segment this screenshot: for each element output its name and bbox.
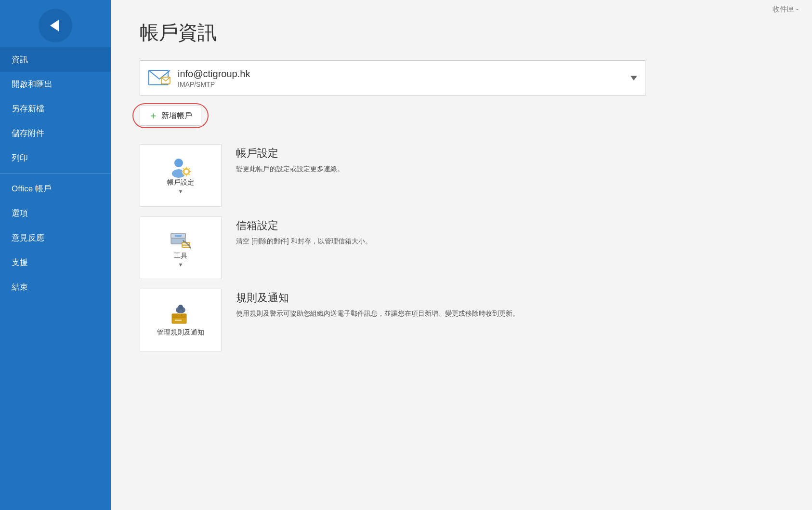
svg-point-5: [184, 170, 188, 174]
rules-notifications-icon-box[interactable]: 管理規則及通知: [140, 289, 222, 351]
mailbox-settings-label: 工具: [174, 252, 187, 260]
account-info: info@ctigroup.hk IMAP/SMTP: [178, 68, 626, 88]
account-email-icon: [148, 67, 171, 90]
sidebar: 資訊 開啟和匯出 另存新檔 儲存附件 列印 Office 帳戶 選項 意見反應 …: [0, 0, 111, 510]
svg-line-11: [189, 174, 190, 175]
add-account-label: 新增帳戶: [161, 111, 192, 121]
svg-rect-16: [175, 235, 182, 237]
account-settings-title: 帳戶設定: [236, 146, 344, 161]
dropdown-arrow-icon: [630, 76, 637, 81]
svg-point-29: [178, 305, 183, 309]
account-settings-desc: 變更此帳戶的設定或設定更多連線。: [236, 163, 344, 174]
svg-line-12: [183, 174, 184, 175]
account-type: IMAP/SMTP: [178, 81, 626, 88]
svg-point-2: [174, 159, 183, 167]
account-settings-icon-box[interactable]: 帳戶設定 ▼: [140, 144, 222, 207]
mailbox-settings-title: 信箱設定: [236, 218, 372, 233]
account-settings-content: 帳戶設定 變更此帳戶的設定或設定更多連線。: [236, 144, 344, 174]
svg-line-10: [183, 168, 184, 169]
card-mailbox-settings: 工具 ▼ 信箱設定 清空 [刪除的郵件] 和封存，以管理信箱大小。: [140, 212, 783, 284]
account-email: info@ctigroup.hk: [178, 68, 626, 80]
page-title: 帳戶資訊: [140, 19, 783, 46]
card-account-settings: 帳戶設定 ▼ 帳戶設定 變更此帳戶的設定或設定更多連線。: [140, 139, 783, 212]
main-content: 收件匣 - 帳戶資訊 info@ctigroup.hk IMAP/SMTP ＋ …: [111, 0, 812, 510]
mailbox-settings-icon-box[interactable]: 工具 ▼: [140, 216, 222, 279]
card-rules-notifications: 管理規則及通知 規則及通知 使用規則及警示可協助您組織內送電子郵件訊息，並讓您在…: [140, 284, 783, 356]
back-arrow-icon: [50, 20, 59, 31]
sidebar-item-exit[interactable]: 結束: [0, 275, 111, 299]
sidebar-item-support[interactable]: 支援: [0, 250, 111, 275]
rules-notifications-content: 規則及通知 使用規則及警示可協助您組織內送電子郵件訊息，並讓您在項目新增、變更或…: [236, 289, 519, 319]
svg-line-13: [189, 168, 190, 169]
settings-grid: 帳戶設定 ▼ 帳戶設定 變更此帳戶的設定或設定更多連線。: [140, 139, 783, 356]
sidebar-item-print[interactable]: 列印: [0, 146, 111, 170]
mailbox-settings-content: 信箱設定 清空 [刪除的郵件] 和封存，以管理信箱大小。: [236, 216, 372, 246]
account-settings-label: 帳戶設定: [167, 178, 194, 187]
sidebar-divider: [0, 173, 111, 174]
account-settings-arrow: ▼: [178, 188, 183, 194]
rules-notifications-label: 管理規則及通知: [157, 328, 204, 337]
back-button[interactable]: [39, 9, 72, 42]
sidebar-item-save-attachment[interactable]: 儲存附件: [0, 121, 111, 146]
sidebar-items: 資訊 開啟和匯出 另存新檔 儲存附件 列印 Office 帳戶 選項 意見反應 …: [0, 47, 111, 299]
sidebar-item-office-account[interactable]: Office 帳戶: [0, 176, 111, 201]
add-account-button[interactable]: ＋ 新增帳戶: [140, 106, 201, 126]
sidebar-item-feedback[interactable]: 意見反應: [0, 226, 111, 250]
svg-rect-28: [175, 320, 182, 321]
sidebar-item-info[interactable]: 資訊: [0, 47, 111, 72]
mailbox-settings-arrow: ▼: [178, 262, 183, 268]
sidebar-item-save-as[interactable]: 另存新檔: [0, 96, 111, 121]
plus-icon: ＋: [149, 110, 157, 121]
sidebar-item-open-export[interactable]: 開啟和匯出: [0, 72, 111, 96]
inbox-label: 收件匣 -: [773, 5, 799, 14]
sidebar-item-options[interactable]: 選項: [0, 201, 111, 226]
rules-notifications-desc: 使用規則及警示可協助您組織內送電子郵件訊息，並讓您在項目新增、變更或移除時收到更…: [236, 308, 519, 319]
mailbox-settings-desc: 清空 [刪除的郵件] 和封存，以管理信箱大小。: [236, 236, 372, 246]
account-dropdown[interactable]: info@ctigroup.hk IMAP/SMTP: [140, 60, 645, 96]
svg-rect-26: [172, 314, 186, 318]
rules-notifications-title: 規則及通知: [236, 291, 519, 305]
